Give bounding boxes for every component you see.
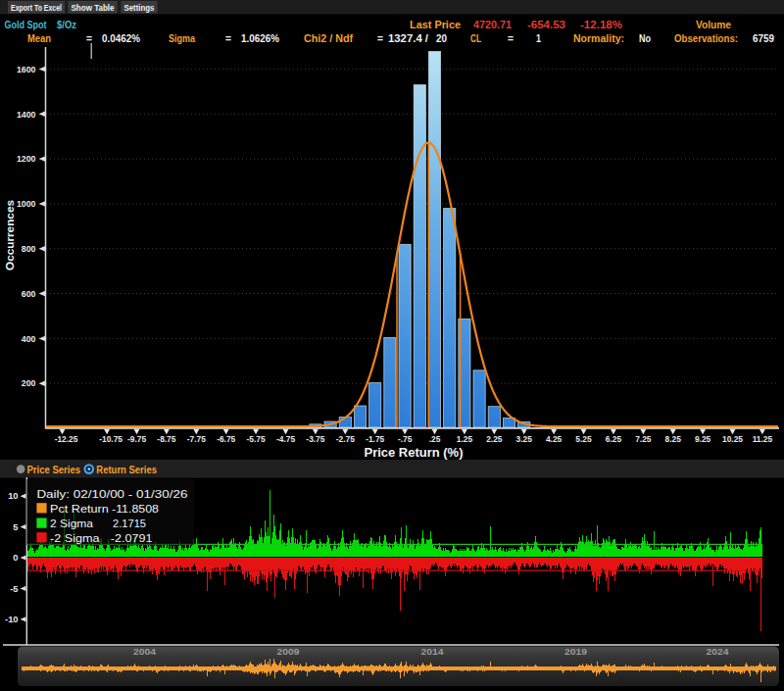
svg-text:$/Oz: $/Oz [57, 19, 76, 30]
svg-text:6.25: 6.25 [606, 434, 622, 444]
svg-text:Occurrences: Occurrences [4, 200, 16, 271]
svg-text:.25: .25 [429, 434, 441, 444]
svg-text:1.0626%: 1.0626% [241, 32, 279, 44]
svg-text:1327.4 /: 1327.4 / [388, 32, 428, 44]
svg-text:-8.75: -8.75 [157, 434, 175, 444]
svg-text:8.25: 8.25 [665, 434, 682, 444]
svg-text:3.25: 3.25 [516, 434, 533, 444]
svg-text:-5.75: -5.75 [247, 434, 266, 444]
svg-text:-10.75: -10.75 [99, 434, 122, 444]
svg-text:2004: 2004 [133, 647, 156, 657]
svg-text:-654.53: -654.53 [527, 19, 565, 30]
svg-text:2014: 2014 [421, 647, 444, 657]
svg-text:Settings: Settings [124, 2, 155, 13]
svg-text:Price Return (%): Price Return (%) [365, 445, 464, 460]
svg-text:=: = [86, 32, 92, 44]
svg-text:5.25: 5.25 [575, 434, 592, 444]
svg-text:Last Price: Last Price [410, 19, 461, 30]
svg-text:-1.75: -1.75 [366, 434, 384, 444]
svg-text:Normality:: Normality: [573, 32, 624, 44]
svg-text:-6.75: -6.75 [217, 434, 235, 444]
svg-text:10.25: 10.25 [722, 434, 743, 444]
svg-text:1: 1 [536, 32, 541, 44]
svg-text:800: 800 [22, 244, 36, 254]
svg-text:0.0462%: 0.0462% [102, 32, 140, 44]
svg-text:-2 Sigma: -2 Sigma [50, 532, 100, 544]
svg-text:200: 200 [22, 378, 36, 388]
svg-text:Export To Excel: Export To Excel [11, 2, 62, 13]
svg-text:4.25: 4.25 [546, 434, 563, 444]
svg-text:No: No [639, 32, 651, 44]
svg-text:2.1715: 2.1715 [113, 518, 146, 529]
svg-text:Gold Spot: Gold Spot [5, 19, 47, 30]
svg-text:=: = [377, 32, 383, 44]
svg-text:2 Sigma: 2 Sigma [50, 518, 94, 529]
svg-text:20: 20 [436, 32, 447, 44]
svg-text:1400: 1400 [17, 110, 36, 120]
svg-text:-.75: -.75 [398, 434, 413, 444]
svg-text:6759: 6759 [753, 32, 774, 44]
svg-text:600: 600 [22, 289, 36, 299]
svg-text:2009: 2009 [277, 647, 300, 657]
svg-text:Pct Return: Pct Return [50, 503, 109, 515]
svg-text:2024: 2024 [707, 647, 729, 657]
svg-text:Mean: Mean [27, 32, 51, 44]
svg-text:Volume: Volume [696, 19, 731, 30]
svg-text:-3.75: -3.75 [306, 434, 324, 444]
svg-text:5: 5 [13, 522, 18, 532]
svg-text:1000: 1000 [17, 199, 36, 209]
svg-text:Show Table: Show Table [72, 2, 115, 13]
svg-text:2019: 2019 [564, 647, 587, 657]
svg-text:-11.8508: -11.8508 [112, 503, 159, 515]
svg-text:400: 400 [22, 334, 36, 344]
svg-text:4720.71: 4720.71 [473, 19, 512, 30]
svg-text:11.25: 11.25 [753, 434, 773, 444]
svg-text:-5: -5 [10, 584, 18, 594]
svg-text:-4.75: -4.75 [276, 434, 295, 444]
svg-text:-10: -10 [5, 615, 18, 624]
svg-text:9.25: 9.25 [695, 434, 711, 444]
svg-text:CL: CL [470, 32, 481, 44]
svg-text:-12.25: -12.25 [55, 434, 78, 444]
svg-text:Sigma: Sigma [169, 32, 196, 44]
svg-text:10: 10 [8, 491, 18, 501]
svg-text:-2.0791: -2.0791 [111, 532, 153, 544]
svg-text:1600: 1600 [17, 65, 36, 74]
svg-text:=: = [508, 32, 514, 44]
svg-text:-9.75: -9.75 [127, 434, 146, 444]
svg-text:1200: 1200 [17, 154, 36, 164]
svg-text:-2.75: -2.75 [336, 434, 355, 444]
svg-text:Price Series: Price Series [27, 465, 81, 475]
svg-text:0: 0 [13, 553, 18, 563]
svg-text:1.25: 1.25 [457, 434, 473, 444]
svg-text:=: = [225, 32, 231, 44]
svg-text:Observations:: Observations: [674, 32, 738, 44]
svg-text:2.25: 2.25 [486, 434, 503, 444]
svg-text:-12.18%: -12.18% [580, 19, 622, 30]
svg-text:Chi2 / Ndf: Chi2 / Ndf [304, 32, 353, 44]
svg-text:7.25: 7.25 [635, 434, 652, 444]
svg-text:Return Series: Return Series [96, 465, 157, 475]
svg-text:-7.75: -7.75 [187, 434, 206, 444]
svg-text:Daily: 02/10/00 - 01/30/26: Daily: 02/10/00 - 01/30/26 [36, 488, 187, 500]
